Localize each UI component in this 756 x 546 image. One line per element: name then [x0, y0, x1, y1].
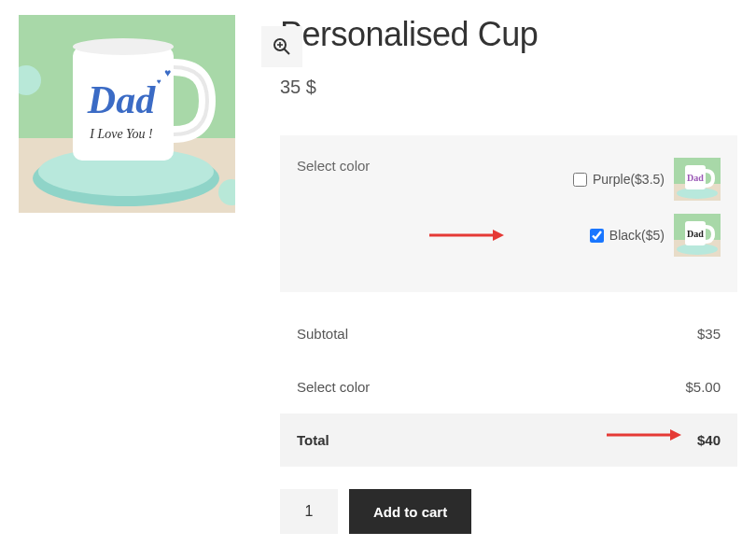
svg-point-7 — [73, 38, 174, 55]
summary-value: $35 — [697, 326, 721, 342]
svg-text:♥: ♥ — [164, 66, 171, 79]
option-values: Purple($3.5)DadBlack($5)Dad — [441, 158, 721, 270]
option-row-color: Select color Purple($3.5)DadBlack($5)Dad — [297, 158, 721, 270]
option-checkbox-black[interactable] — [590, 229, 604, 243]
option-item-black: Black($5)Dad — [441, 214, 721, 257]
product-page: Dad ♥ ♥ I Love You ! Personalised Cup 35… — [19, 15, 737, 534]
total-label: Total — [297, 432, 329, 448]
svg-text:Dad: Dad — [687, 229, 704, 239]
svg-marker-29 — [670, 429, 681, 441]
product-price: 35 $ — [280, 77, 737, 98]
svg-text:I Love You !: I Love You ! — [89, 127, 153, 141]
price-currency: $ — [306, 77, 316, 97]
product-gallery: Dad ♥ ♥ I Love You ! — [19, 15, 235, 213]
summary-label: Subtotal — [297, 326, 348, 342]
summary-row-total: Total $40 — [280, 413, 737, 467]
svg-text:Dad: Dad — [87, 78, 156, 121]
product-options: Select color Purple($3.5)DadBlack($5)Dad — [280, 135, 737, 292]
quantity-input[interactable] — [280, 489, 338, 534]
option-checkbox-purple[interactable] — [573, 173, 587, 187]
product-summary: Personalised Cup 35 $ Select color Purpl… — [280, 15, 737, 534]
summary-row: Select color$5.00 — [280, 360, 737, 413]
svg-marker-22 — [493, 230, 504, 241]
price-amount: 35 — [280, 77, 301, 97]
swatch-thumbnail: Dad — [674, 214, 721, 257]
option-text: Black($5) — [609, 228, 665, 243]
option-text: Purple($3.5) — [593, 172, 665, 187]
cart-actions: Add to cart — [280, 489, 737, 534]
summary-row: Subtotal$35 — [280, 307, 737, 360]
product-image: Dad ♥ ♥ I Love You ! — [19, 15, 235, 213]
add-to-cart-button[interactable]: Add to cart — [349, 489, 471, 534]
magnify-plus-icon — [273, 37, 291, 56]
option-label: Select color — [297, 158, 418, 174]
product-title: Personalised Cup — [280, 15, 737, 54]
annotation-arrow — [429, 227, 504, 244]
total-value: $40 — [697, 432, 721, 448]
option-item-purple: Purple($3.5)Dad — [441, 158, 721, 201]
annotation-arrow — [607, 427, 681, 443]
svg-line-13 — [285, 49, 290, 55]
summary-value: $5.00 — [685, 379, 721, 395]
price-summary: Subtotal$35Select color$5.00 Total $40 — [280, 307, 737, 467]
zoom-button[interactable] — [261, 26, 302, 67]
svg-text:Dad: Dad — [687, 173, 704, 183]
swatch-thumbnail: Dad — [674, 158, 721, 201]
svg-text:♥: ♥ — [157, 77, 161, 86]
summary-label: Select color — [297, 379, 370, 395]
